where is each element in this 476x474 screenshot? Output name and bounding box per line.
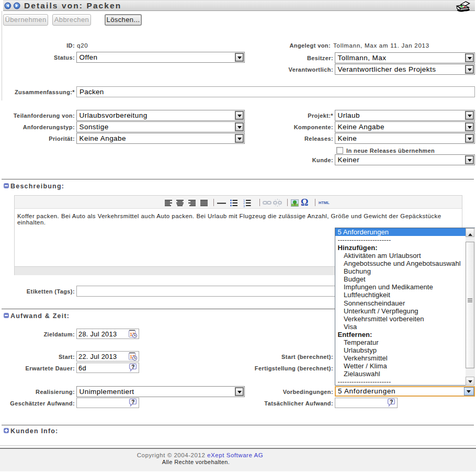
svg-text:3: 3: [243, 205, 245, 208]
svg-text:Ω: Ω: [301, 198, 308, 207]
svg-text:?: ?: [131, 364, 134, 370]
svg-text:?: ?: [131, 399, 134, 405]
svg-text:HTML: HTML: [319, 200, 330, 205]
svg-text:?: ?: [390, 399, 393, 405]
